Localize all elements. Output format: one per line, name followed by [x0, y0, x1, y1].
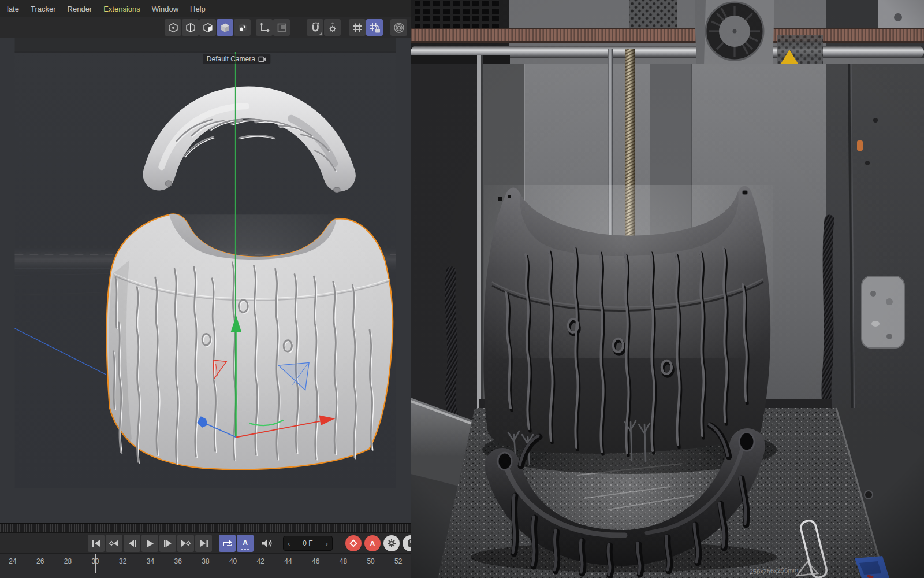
ruler-tick-label: 42 — [257, 557, 264, 565]
edges-mode-icon[interactable] — [182, 19, 199, 36]
frame-increment[interactable]: › — [326, 540, 328, 547]
ruler-tick-label: 28 — [64, 557, 72, 565]
printer-photo: 256x256x256mm — [411, 0, 924, 578]
ruler-tick-label: 38 — [202, 557, 209, 565]
ruler-ticks: 242628303234363840424446485052 — [0, 554, 411, 578]
play-forward-button[interactable] — [141, 535, 158, 552]
next-key-button[interactable] — [177, 535, 194, 552]
printer-photo-scene: 256x256x256mm — [411, 0, 924, 578]
toolbar — [0, 17, 411, 38]
viewport-scene — [0, 38, 411, 523]
ruler-tick-label: 48 — [340, 557, 347, 565]
camera-icon — [258, 56, 266, 62]
menu-item[interactable]: late — [1, 5, 25, 13]
camera-label: Default Camera — [207, 55, 255, 63]
snap-button-group — [307, 19, 341, 36]
menu-bar: lateTrackerRenderExtensionsWindowHelp — [0, 0, 411, 17]
quantize-lock-icon[interactable] — [366, 19, 383, 36]
ruler-tick-label: 30 — [91, 557, 99, 565]
photo-vignette — [411, 0, 924, 578]
concentric-view-icon[interactable] — [390, 19, 407, 36]
ruler-tick-label: 44 — [284, 557, 292, 565]
frame-value: 0 F — [303, 539, 312, 547]
quantize-button-group — [349, 19, 383, 36]
frame-ruler[interactable]: 242628303234363840424446485052 — [0, 553, 411, 578]
ruler-tick-label: 36 — [174, 557, 182, 565]
frame-decrement[interactable]: ‹ — [288, 540, 290, 547]
bag-model[interactable] — [107, 214, 394, 472]
previous-key-button[interactable] — [106, 535, 122, 552]
snap-icon[interactable] — [307, 19, 323, 36]
go-to-start-button[interactable] — [88, 535, 105, 552]
keying-settings-button[interactable] — [383, 535, 400, 551]
view-button-group — [390, 19, 407, 36]
menu-item[interactable]: Render — [62, 5, 98, 13]
screenshot-root: lateTrackerRenderExtensionsWindowHelp — [0, 0, 924, 578]
next-frame-button[interactable] — [159, 535, 176, 552]
frame-counter[interactable]: ‹ 0 F › — [283, 536, 333, 551]
keyframe-selection-button[interactable] — [403, 535, 411, 551]
menu-item[interactable]: Extensions — [98, 5, 146, 13]
axis-button-group — [256, 19, 290, 36]
ruler-tick-label: 32 — [119, 557, 126, 565]
go-to-end-button[interactable] — [195, 535, 212, 552]
menu-item[interactable]: Tracker — [25, 5, 62, 13]
ruler-tick-label: 34 — [147, 557, 154, 565]
axis-icon[interactable] — [256, 19, 273, 36]
ruler-tick-label: 40 — [229, 557, 237, 565]
points-mode-icon[interactable] — [165, 19, 181, 36]
ruler-tick-label: 52 — [394, 557, 402, 565]
ruler-tick-label: 24 — [9, 557, 16, 565]
model-mode-icon[interactable] — [217, 19, 233, 36]
ruler-tick-label: 26 — [36, 557, 44, 565]
menu-item[interactable]: Help — [184, 5, 211, 13]
keying-button-group: A — [345, 535, 411, 551]
automatic-keyframing-button[interactable]: A — [364, 535, 381, 551]
quantize-icon[interactable] — [349, 19, 366, 36]
timeline-scrollbar[interactable] — [0, 523, 411, 533]
c4d-editor-panel: lateTrackerRenderExtensionsWindowHelp — [0, 0, 411, 578]
workplane-icon[interactable] — [273, 19, 290, 36]
transport-bar: A ‹ 0 F › A — [0, 532, 411, 554]
viewport-3d[interactable]: Default Camera — [0, 38, 411, 523]
sound-toggle-button[interactable] — [258, 535, 275, 552]
ruler-tick-label: 50 — [367, 557, 374, 565]
mode-button-group — [165, 19, 251, 36]
record-keyframe-button[interactable] — [345, 535, 362, 551]
snap-settings-icon[interactable] — [324, 19, 341, 36]
loop-playback-button[interactable] — [219, 535, 236, 552]
ruler-tick-label: 46 — [312, 557, 319, 565]
polygons-mode-icon[interactable] — [199, 19, 216, 36]
texture-axis-mode-icon[interactable] — [234, 19, 251, 36]
menu-item[interactable]: Window — [146, 5, 184, 13]
autokey-toggle-button[interactable]: A — [237, 535, 254, 552]
camera-label-pill[interactable]: Default Camera — [203, 54, 270, 64]
previous-frame-button[interactable] — [124, 535, 140, 552]
